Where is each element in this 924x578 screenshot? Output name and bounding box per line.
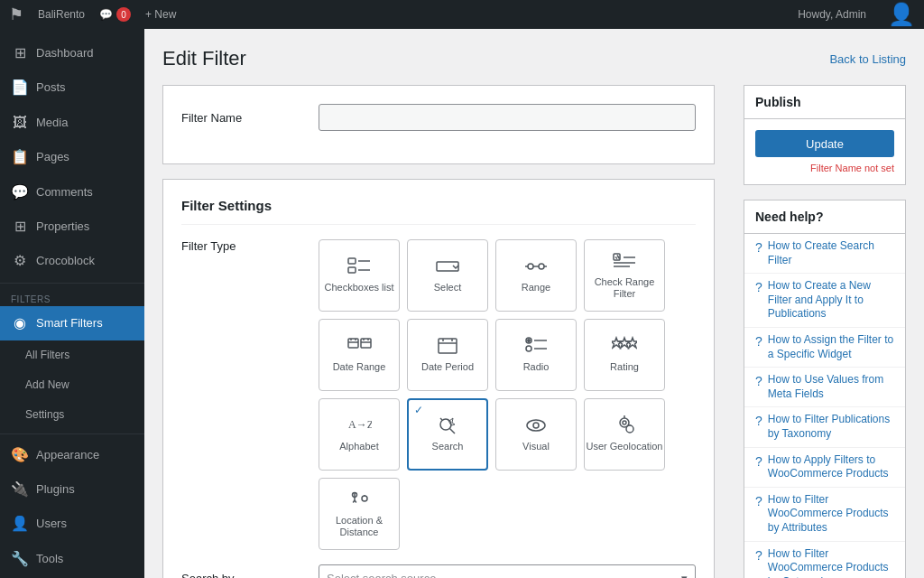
selected-checkmark: ✓: [414, 404, 423, 416]
svg-rect-14: [348, 339, 358, 348]
help-link[interactable]: How to Use Values from Meta Fields: [768, 373, 894, 401]
svg-rect-2: [348, 267, 356, 273]
sidebar-item-pages[interactable]: 📋 Pages: [0, 140, 144, 174]
filter-type-rating[interactable]: Rating: [584, 319, 665, 391]
help-circle-icon: ?: [755, 374, 762, 388]
pages-icon: 📋: [11, 147, 29, 167]
help-item: ? How to Filter Publications by Taxonomy: [744, 407, 905, 447]
plugins-icon: 🔌: [11, 480, 29, 499]
right-sidebar: Publish Update Filter Name not set Need …: [744, 85, 906, 578]
admin-avatar[interactable]: 👤: [888, 2, 915, 27]
help-link[interactable]: How to Apply Filters to WooCommerce Prod…: [768, 453, 894, 481]
filter-type-user-geolocation[interactable]: User Geolocation: [584, 398, 665, 471]
svg-point-42: [623, 421, 626, 424]
filter-type-checkboxes[interactable]: Checkboxes list: [319, 239, 400, 312]
media-icon: 🖼: [11, 113, 29, 133]
help-link[interactable]: How to Assign the Filter to a Specific W…: [768, 333, 894, 361]
sidebar-item-smart-filters[interactable]: ◉ Smart Filters: [0, 306, 144, 340]
help-link[interactable]: How to Filter Publications by Taxonomy: [768, 413, 894, 441]
comments-icon: 💬: [11, 182, 29, 202]
filter-type-row: Filter Type: [181, 239, 696, 550]
svg-point-40: [533, 423, 539, 428]
help-item: ? How to Filter WooCommerce Products by …: [744, 542, 905, 579]
filter-name-row: Filter Name: [181, 104, 696, 131]
svg-line-9: [615, 256, 617, 258]
svg-rect-0: [348, 258, 356, 264]
help-circle-icon: ?: [755, 240, 762, 255]
sidebar-item-crocoblock[interactable]: ⚙ Crocoblock: [0, 244, 144, 278]
publish-title: Publish: [744, 86, 905, 119]
filter-type-date-range[interactable]: Date Range: [319, 319, 400, 391]
svg-point-39: [527, 420, 545, 431]
filter-type-alphabet[interactable]: A→Z Alphabet: [319, 398, 400, 471]
help-link[interactable]: How to Create Search Filter: [768, 239, 894, 267]
filter-type-range[interactable]: Range: [495, 239, 577, 312]
sidebar-item-posts[interactable]: 📄 Posts: [0, 70, 144, 105]
appearance-icon: 🎨: [11, 445, 29, 465]
filter-type-visual[interactable]: Visual: [495, 398, 577, 471]
sidebar-item-comments[interactable]: 💬 Comments: [0, 175, 144, 210]
sidebar-item-add-new[interactable]: Add New: [0, 370, 144, 400]
svg-point-43: [626, 425, 633, 433]
sidebar-item-settings[interactable]: Settings: [0, 400, 144, 430]
help-items: ? How to Create Search Filter ? How to C…: [744, 234, 905, 578]
help-item: ? How to Assign the Filter to a Specific…: [744, 328, 905, 368]
help-link[interactable]: How to Filter WooCommerce Products by At…: [768, 493, 894, 536]
filter-type-location-distance[interactable]: Location & Distance: [319, 478, 400, 550]
update-button[interactable]: Update: [755, 130, 894, 157]
help-link[interactable]: How to Create a New Filter and Apply It …: [768, 279, 894, 322]
help-circle-icon: ?: [755, 548, 762, 563]
back-to-listing-link[interactable]: Back to Listing: [829, 52, 906, 66]
new-content-menu[interactable]: + New: [145, 8, 176, 21]
filter-type-search[interactable]: ✓ Search: [407, 398, 488, 471]
filter-type-date-period[interactable]: Date Period: [407, 319, 488, 391]
publish-body: Update Filter Name not set: [744, 119, 905, 184]
sidebar-item-appearance[interactable]: 🎨 Appearance: [0, 438, 144, 472]
smart-filters-icon: ◉: [11, 313, 29, 333]
filter-type-select[interactable]: Select: [407, 239, 488, 312]
help-circle-icon: ?: [755, 454, 762, 469]
sidebar-item-plugins[interactable]: 🔌 Plugins: [0, 472, 144, 507]
filter-type-grid: Checkboxes list Select: [319, 239, 696, 550]
sidebar-item-media[interactable]: 🖼 Media: [0, 106, 144, 140]
filter-name-panel: Filter Name: [162, 85, 715, 164]
filters-section-label: FILTERS: [0, 287, 144, 306]
howdy-label: Howdy, Admin: [798, 8, 866, 21]
filter-name-error: Filter Name not set: [755, 163, 894, 173]
help-item: ? How to Filter WooCommerce Products by …: [744, 488, 905, 542]
page-title: Edit Filter: [162, 47, 246, 70]
sidebar-item-tools[interactable]: 🔧 Tools: [0, 542, 144, 576]
properties-icon: ⊞: [11, 217, 29, 237]
svg-marker-33: [627, 338, 637, 348]
filter-type-check-range[interactable]: Check Range Filter: [584, 239, 665, 312]
help-circle-icon: ?: [755, 280, 762, 294]
users-icon: 👤: [11, 514, 29, 534]
filter-name-label: Filter Name: [181, 111, 308, 125]
help-link[interactable]: How to Filter WooCommerce Products by Ca…: [768, 547, 894, 579]
site-name[interactable]: BaliRento: [38, 8, 85, 21]
svg-line-37: [440, 418, 442, 420]
svg-point-27: [528, 340, 530, 341]
search-by-select[interactable]: Select search source... ▾: [319, 564, 696, 578]
comments-menu[interactable]: 💬 0: [99, 7, 131, 22]
help-circle-icon: ?: [755, 334, 762, 349]
chevron-down-icon: ▾: [681, 572, 688, 579]
page-header: Edit Filter Back to Listing: [162, 47, 906, 70]
filter-name-input[interactable]: [319, 104, 696, 131]
publish-panel: Publish Update Filter Name not set: [744, 85, 906, 185]
help-circle-icon: ?: [755, 414, 762, 428]
help-item: ? How to Use Values from Meta Fields: [744, 368, 905, 407]
sidebar: ⊞ Dashboard 📄 Posts 🖼 Media 📋 Pages 💬 Co…: [0, 29, 144, 578]
dashboard-icon: ⊞: [11, 43, 29, 63]
search-by-row: Search by Select search source... ▾: [181, 564, 696, 578]
sidebar-item-all-filters[interactable]: All Filters: [0, 340, 144, 370]
filter-type-radio[interactable]: Radio: [495, 319, 577, 391]
svg-line-36: [450, 429, 456, 434]
sidebar-item-dashboard[interactable]: ⊞ Dashboard: [0, 36, 144, 70]
filter-settings-panel: Filter Settings Filter Type: [162, 179, 715, 578]
help-panel: Need help? ? How to Create Search Filter…: [744, 200, 906, 578]
sidebar-item-properties[interactable]: ⊞ Properties: [0, 210, 144, 244]
wp-logo-icon[interactable]: ⚑: [9, 5, 23, 24]
posts-icon: 📄: [11, 78, 29, 98]
sidebar-item-users[interactable]: 👤 Users: [0, 507, 144, 541]
